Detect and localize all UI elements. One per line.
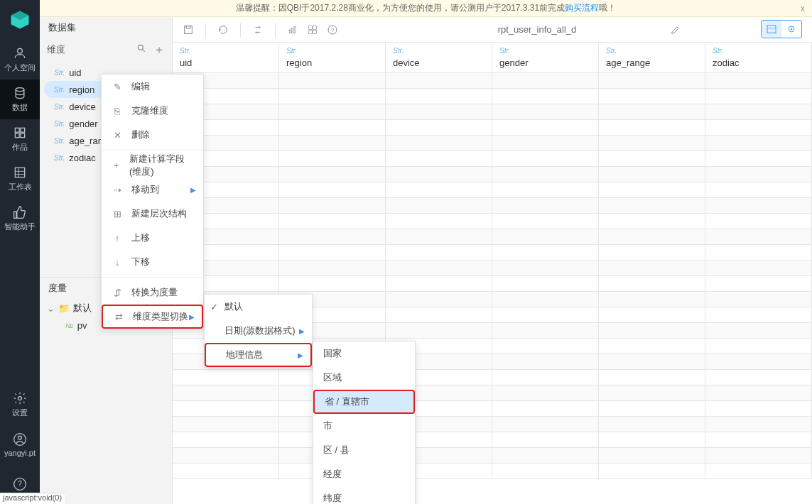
svg-point-2 <box>18 48 23 53</box>
nav-item-thumb[interactable]: 智能助手 <box>0 199 40 239</box>
table-row[interactable] <box>173 120 812 136</box>
table-row[interactable] <box>173 151 812 167</box>
menu-item[interactable]: ⇄维度类型切换▶ <box>102 305 203 329</box>
menu-item[interactable]: ✕删除 <box>102 123 203 147</box>
table-row[interactable] <box>173 229 812 245</box>
geo-option[interactable]: 市 <box>313 414 415 438</box>
table-row[interactable] <box>173 136 812 151</box>
submenu-label: 日期(源数据格式) <box>224 324 296 337</box>
column-name: region <box>286 57 378 68</box>
chevron-down-icon: ⌄ <box>47 303 55 314</box>
table-row[interactable] <box>173 261 812 276</box>
table-row[interactable] <box>173 104 812 120</box>
table-row[interactable] <box>173 89 812 104</box>
column-name: uid <box>180 57 271 68</box>
table-row[interactable] <box>173 245 812 261</box>
menu-item[interactable]: ⊞新建层次结构 <box>102 202 203 226</box>
menu-item[interactable]: ⎘克隆维度 <box>102 99 203 123</box>
table-row[interactable] <box>173 370 812 385</box>
geo-option[interactable]: 经度 <box>313 462 415 486</box>
geo-option[interactable]: 省 / 直辖市 <box>313 390 415 414</box>
submenu-item[interactable]: 默认 <box>205 295 312 319</box>
chevron-right-icon: ▶ <box>189 313 195 321</box>
svg-point-17 <box>139 45 144 50</box>
table-row[interactable] <box>173 448 812 464</box>
search-icon[interactable] <box>136 45 146 55</box>
menu-item[interactable]: ↑上移 <box>102 226 203 250</box>
chevron-right-icon: ▶ <box>190 186 196 194</box>
svg-point-33 <box>791 28 793 31</box>
table-row[interactable] <box>173 73 812 89</box>
help-icon[interactable]: ? <box>325 23 340 37</box>
menu-item[interactable]: ↓下移 <box>102 250 203 274</box>
app-logo[interactable] <box>0 0 40 40</box>
submenu-item[interactable]: 日期(源数据格式)▶ <box>205 319 312 343</box>
menu-item[interactable]: ⇢移动到▶ <box>102 177 203 202</box>
menu-label: 新建层次结构 <box>131 207 187 220</box>
add-icon[interactable]: ＋ <box>153 43 165 55</box>
sync-icon[interactable] <box>251 23 265 37</box>
banner-link[interactable]: 购买流程 <box>565 2 599 14</box>
column-header[interactable]: Str.age_range <box>599 43 705 72</box>
column-header[interactable]: Str.device <box>386 43 492 72</box>
dataset-title-input[interactable] <box>431 21 644 38</box>
close-icon[interactable]: x <box>801 4 805 13</box>
svg-rect-4 <box>15 128 19 132</box>
grid-body[interactable] <box>173 73 812 504</box>
dimension-name: region <box>69 84 94 95</box>
chevron-right-icon: ▶ <box>299 327 305 335</box>
menu-label: 删除 <box>131 128 150 141</box>
submenu-label: 地理信息 <box>226 349 263 361</box>
nav-item-user[interactable]: 个人空间 <box>0 40 40 80</box>
table-row[interactable] <box>173 417 812 432</box>
table-view-button[interactable] <box>762 21 781 38</box>
table-row[interactable] <box>173 198 812 214</box>
svg-rect-27 <box>313 30 317 33</box>
table-row[interactable] <box>173 401 812 417</box>
column-header[interactable]: Str.gender <box>492 43 599 72</box>
geo-option[interactable]: 国家 <box>313 341 415 366</box>
nav-item-sheet[interactable]: 工作表 <box>0 159 40 199</box>
submenu-item[interactable]: 地理信息▶ <box>205 343 312 367</box>
view-toggle <box>761 20 802 38</box>
dimension-name: gender <box>69 119 97 129</box>
nav-item-gear[interactable]: 设置 <box>0 385 40 424</box>
menu-item[interactable]: ＋新建计算字段(维度) <box>102 153 203 177</box>
table-row[interactable] <box>173 464 812 479</box>
menu-icon: ⎘ <box>112 106 123 116</box>
menu-label: 维度类型切换 <box>133 310 188 323</box>
column-header[interactable]: Str.zodiac <box>705 43 812 72</box>
dimensions-header: 维度 ＋ <box>40 38 172 61</box>
type-badge: Str. <box>393 47 485 55</box>
chart-icon[interactable] <box>286 23 300 37</box>
geo-option[interactable]: 纬度 <box>313 486 415 504</box>
edit-icon[interactable] <box>668 23 683 37</box>
geo-option[interactable]: 区 / 县 <box>313 438 415 462</box>
column-header[interactable]: Str.region <box>279 43 386 72</box>
nav-item-grid[interactable]: 作品 <box>0 119 40 159</box>
menu-item[interactable]: ⇵转换为度量 <box>102 280 203 305</box>
svg-rect-23 <box>294 26 296 33</box>
svg-rect-20 <box>186 26 190 28</box>
focus-view-button[interactable] <box>781 21 801 38</box>
table-row[interactable] <box>173 276 812 292</box>
table-row[interactable] <box>173 214 812 229</box>
table-row[interactable] <box>173 432 812 448</box>
type-badge: Str. <box>180 47 271 55</box>
table-row[interactable] <box>173 167 812 182</box>
grid-icon[interactable] <box>305 23 320 37</box>
svg-rect-24 <box>309 26 313 29</box>
submenu-geo: 国家区域省 / 直辖市市区 / 县经度纬度 <box>313 341 416 504</box>
save-icon[interactable] <box>181 23 195 37</box>
table-row[interactable] <box>173 385 812 401</box>
nav-item-db[interactable]: 数据 <box>0 80 40 119</box>
svg-rect-21 <box>289 30 291 33</box>
menu-item[interactable]: ✎编辑 <box>102 75 203 99</box>
column-header[interactable]: Str.uid <box>173 43 279 72</box>
table-row[interactable] <box>173 182 812 198</box>
geo-option[interactable]: 区域 <box>313 366 415 390</box>
banner-suffix: 哦！ <box>599 2 616 14</box>
nav-item-avatar[interactable]: yangyi.pt <box>0 424 40 464</box>
menu-label: 编辑 <box>131 80 150 93</box>
refresh-icon[interactable] <box>216 23 230 37</box>
